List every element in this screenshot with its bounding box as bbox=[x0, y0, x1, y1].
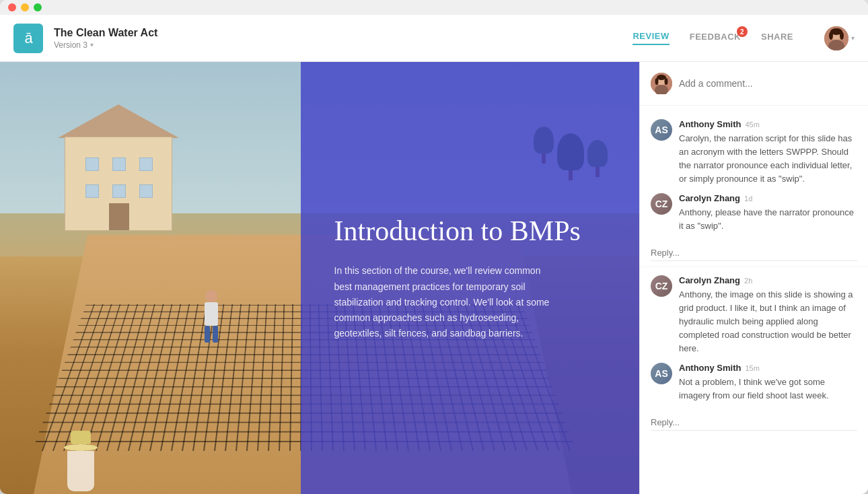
comment-avatar-anthony1: AS bbox=[651, 119, 672, 141]
comment-item: CZ Carolyn Zhang 2h Anthony, the image o… bbox=[651, 275, 857, 356]
scene-hat bbox=[64, 434, 98, 451]
logo-icon: ā bbox=[24, 30, 32, 47]
reply-input-thread1[interactable] bbox=[651, 245, 857, 261]
building-window bbox=[85, 184, 99, 198]
comment-time: 15m bbox=[745, 364, 759, 372]
comment-header: Anthony Smith 45m bbox=[679, 119, 857, 129]
comment-avatar-carolyn2: CZ bbox=[651, 275, 672, 297]
person-torso bbox=[205, 302, 218, 326]
hat-brim bbox=[64, 444, 98, 451]
building-window bbox=[112, 184, 126, 198]
close-button[interactable] bbox=[8, 3, 16, 11]
user-menu[interactable]: ▾ bbox=[813, 26, 855, 50]
building-window bbox=[85, 157, 99, 171]
right-panel: AS Anthony Smith 45m Carolyn, the narrat… bbox=[639, 62, 868, 494]
logo[interactable]: ā bbox=[13, 24, 43, 53]
svg-point-12 bbox=[665, 78, 668, 85]
comment-thread: AS Anthony Smith 45m Carolyn, the narrat… bbox=[640, 111, 868, 267]
building-window bbox=[139, 184, 153, 198]
comment-item: CZ Carolyn Zhang 1d Anthony, please have… bbox=[651, 193, 857, 233]
comment-reply-area bbox=[651, 409, 857, 431]
app-window: ā The Clean Water Act Version 3 ▾ REVIEW… bbox=[0, 0, 868, 494]
add-comment-input[interactable] bbox=[679, 78, 857, 89]
comment-text: Anthony, the image on this slide is show… bbox=[679, 288, 857, 356]
avatar-img bbox=[824, 26, 848, 50]
comment-header: Carolyn Zhang 2h bbox=[679, 275, 857, 285]
person-head bbox=[205, 290, 217, 302]
main-content: Introduction to BMPs In this section of … bbox=[0, 62, 868, 494]
comment-time: 1d bbox=[744, 195, 752, 203]
nav-feedback[interactable]: FEEDBACK 2 bbox=[690, 32, 741, 44]
doc-title: The Clean Water Act bbox=[54, 27, 632, 39]
comment-content: Anthony Smith 45m Carolyn, the narration… bbox=[679, 119, 857, 186]
person-legs bbox=[205, 326, 218, 343]
hat-top bbox=[71, 431, 91, 444]
reply-input-thread2[interactable] bbox=[651, 415, 857, 431]
comment-avatar-carolyn1: CZ bbox=[651, 193, 672, 215]
comment-item: AS Anthony Smith 45m Carolyn, the narrat… bbox=[651, 119, 857, 186]
comment-text: Carolyn, the narration script for this s… bbox=[679, 132, 857, 186]
building-main bbox=[65, 137, 172, 231]
slide-title: Introduction to BMPs bbox=[334, 215, 613, 247]
building-window bbox=[112, 157, 126, 171]
header-nav: REVIEW FEEDBACK 2 SHARE bbox=[632, 26, 855, 50]
comment-content: Carolyn Zhang 1d Anthony, please have th… bbox=[679, 193, 857, 233]
svg-point-11 bbox=[655, 78, 659, 85]
comment-text: Anthony, please have the narrator pronou… bbox=[679, 206, 857, 233]
building-window bbox=[139, 157, 153, 171]
titlebar bbox=[0, 0, 868, 15]
comment-item: AS Anthony Smith 15m Not a problem, I th… bbox=[651, 363, 857, 402]
comment-author: Carolyn Zhang bbox=[679, 193, 740, 203]
current-user-avatar-icon bbox=[651, 73, 672, 94]
comment-header: Carolyn Zhang 1d bbox=[679, 193, 857, 203]
person-leg-left bbox=[205, 326, 210, 343]
user-chevron-icon: ▾ bbox=[851, 34, 855, 42]
comment-thread: CZ Carolyn Zhang 2h Anthony, the image o… bbox=[640, 267, 868, 436]
svg-point-6 bbox=[840, 32, 844, 40]
scene-building bbox=[51, 96, 186, 231]
current-user-avatar bbox=[651, 73, 672, 94]
comment-header: Anthony Smith 15m bbox=[679, 363, 857, 373]
building-roof bbox=[58, 104, 179, 138]
comment-text: Not a problem, I think we've got some im… bbox=[679, 376, 857, 402]
feedback-badge: 2 bbox=[737, 26, 748, 37]
nav-share[interactable]: SHARE bbox=[761, 32, 793, 44]
minimize-button[interactable] bbox=[21, 3, 29, 11]
comments-list: AS Anthony Smith 45m Carolyn, the narrat… bbox=[640, 106, 868, 494]
comment-content: Anthony Smith 15m Not a problem, I think… bbox=[679, 363, 857, 402]
comment-input-area bbox=[640, 62, 868, 106]
slide-area: Introduction to BMPs In this section of … bbox=[0, 62, 639, 494]
comment-time: 45m bbox=[745, 120, 759, 129]
person-leg-right bbox=[213, 326, 218, 343]
comment-content: Carolyn Zhang 2h Anthony, the image on t… bbox=[679, 275, 857, 356]
maximize-button[interactable] bbox=[34, 3, 42, 11]
scene-person bbox=[205, 290, 218, 343]
hat-cloth bbox=[67, 451, 94, 491]
version-chevron-icon: ▾ bbox=[90, 41, 94, 48]
user-avatar-icon bbox=[824, 26, 848, 50]
comment-author: Carolyn Zhang bbox=[679, 275, 740, 285]
svg-point-10 bbox=[657, 75, 666, 80]
nav-review[interactable]: REVIEW bbox=[632, 31, 669, 45]
app-container: ā The Clean Water Act Version 3 ▾ REVIEW… bbox=[0, 15, 868, 494]
comment-author: Anthony Smith bbox=[679, 119, 741, 129]
person-body bbox=[205, 290, 218, 343]
doc-info: The Clean Water Act Version 3 ▾ bbox=[54, 27, 632, 50]
slide-wrapper: Introduction to BMPs In this section of … bbox=[0, 62, 639, 494]
building-door bbox=[109, 203, 129, 230]
header: ā The Clean Water Act Version 3 ▾ REVIEW… bbox=[0, 15, 868, 62]
comment-reply-area bbox=[651, 240, 857, 261]
svg-point-5 bbox=[829, 32, 833, 40]
comment-avatar-anthony2: AS bbox=[651, 363, 672, 384]
comment-author: Anthony Smith bbox=[679, 363, 741, 373]
slide-body: In this section of the course, we'll rev… bbox=[334, 263, 550, 341]
user-avatar[interactable] bbox=[824, 26, 848, 50]
slide-overlay: Introduction to BMPs In this section of … bbox=[301, 62, 640, 494]
comment-time: 2h bbox=[744, 277, 752, 285]
doc-version[interactable]: Version 3 ▾ bbox=[54, 40, 632, 50]
